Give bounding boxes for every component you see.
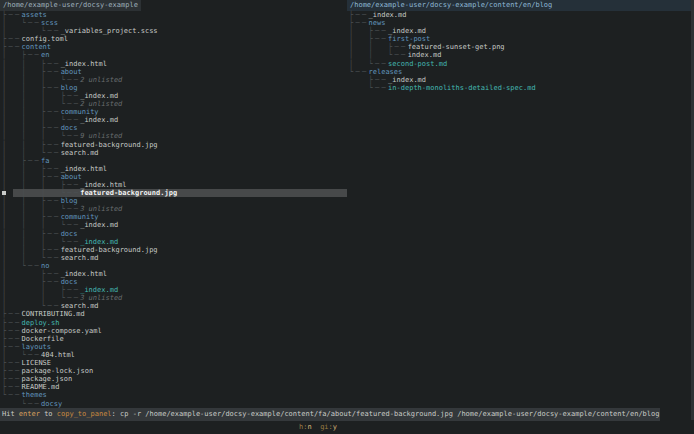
tree-node-label: _index.md xyxy=(80,116,118,124)
tree-row[interactable]: │ │ ├──featured-background.jpg xyxy=(0,246,347,254)
tree-row[interactable]: ├──LICENSE xyxy=(0,359,347,367)
tree-row[interactable]: └──releases xyxy=(347,68,694,76)
tree-row[interactable]: │ │ │ └──_index.md xyxy=(0,238,347,246)
tree-row[interactable]: ├──news xyxy=(347,19,694,27)
tree-node-label: search.md xyxy=(61,149,99,157)
tree-row[interactable]: ├──README.md xyxy=(0,383,347,391)
tree-row[interactable]: │ │ │ └──9 unlisted xyxy=(0,132,347,140)
tree-node-label: docs xyxy=(61,278,78,286)
tree-branch-lines: │ │ │ ├── xyxy=(2,181,80,189)
tree-row[interactable]: │ └──scss xyxy=(0,19,347,27)
tree-branch-lines: │ │ │ └── xyxy=(2,189,80,197)
tree-branch-lines: │ │ ├── xyxy=(2,68,61,76)
tree-row[interactable]: │ │ ├──_index.html xyxy=(0,165,347,173)
tree-row[interactable]: │ │ ├──blog xyxy=(0,84,347,92)
tree-row[interactable]: │ ├──fa xyxy=(0,157,347,165)
tree-node-label: fa xyxy=(41,157,49,165)
left-file-tree: ├──assets│ └──scss│ └──_variables_projec… xyxy=(0,11,347,408)
tree-node-label: themes xyxy=(22,391,47,399)
tree-branch-lines: │ │ │ └── xyxy=(2,100,80,108)
tree-branch-lines: │ │ ├── xyxy=(2,230,61,238)
tree-row[interactable]: ├──Dockerfile xyxy=(0,335,347,343)
tree-row[interactable]: │ │ │ ├──_index.md xyxy=(0,92,347,100)
tree-row[interactable]: │ │ │ └──2 unlisted xyxy=(0,76,347,84)
tree-row[interactable]: │ │ │ └──2 unlisted xyxy=(0,100,347,108)
tree-row[interactable]: │ └──no xyxy=(0,262,347,270)
tree-branch-lines: └── xyxy=(349,68,369,76)
tree-row[interactable]: ├──package-lock.json xyxy=(0,367,347,375)
tree-node-label: assets xyxy=(22,11,47,19)
panel-right-title: /home/example-user/docsy-example/content… xyxy=(347,0,694,11)
status-segment-plain: Hit xyxy=(2,410,19,418)
tree-node-label: package-lock.json xyxy=(22,367,94,375)
tree-row[interactable]: ├──config.toml xyxy=(0,35,347,43)
tree-row[interactable]: ├──layouts xyxy=(0,343,347,351)
tree-node-label: LICENSE xyxy=(22,359,52,367)
tree-row[interactable]: ├──_index.md xyxy=(347,76,694,84)
tree-node-label: 404.html xyxy=(41,351,75,359)
flag-value: y xyxy=(333,423,337,431)
tree-branch-lines: │ │ ├── xyxy=(2,60,61,68)
tree-row[interactable]: │ ├──docs xyxy=(0,278,347,286)
flag-label: gi: xyxy=(320,423,333,431)
tree-branch-lines: │ │ │ └── xyxy=(2,238,80,246)
tree-node-label: blog xyxy=(61,197,78,205)
tree-row[interactable]: ├──deploy.sh xyxy=(0,319,347,327)
tree-branch-lines: │ │ ├── xyxy=(2,173,61,181)
tree-row[interactable]: │ ├──_index.html xyxy=(0,270,347,278)
tree-node-label: en xyxy=(41,51,49,59)
tree-row[interactable]: └──themes xyxy=(0,391,347,399)
tree-node-label: featured-background.jpg xyxy=(80,189,177,197)
status-segment-verb: copy_to_panel xyxy=(57,410,112,418)
tree-branch-lines: │ │ ├── xyxy=(2,108,61,116)
tree-node-label: blog xyxy=(61,84,78,92)
tree-row[interactable]: │ │ │ └──_index.md xyxy=(0,221,347,229)
tree-row[interactable]: │ │ │ ├──_index.html xyxy=(0,181,347,189)
status-bar: Hit enter to copy_to_panel: cp -r /home/… xyxy=(0,408,660,421)
tree-node-label: _index.html xyxy=(61,270,107,278)
tree-row[interactable]: │ │ ├──community xyxy=(0,108,347,116)
tree-row[interactable]: │ │ └──search.md xyxy=(0,254,347,262)
tree-row[interactable]: │ │ ├──about xyxy=(0,173,347,181)
tree-row[interactable]: │ └──404.html xyxy=(0,351,347,359)
tree-branch-lines: │ └── xyxy=(2,262,41,270)
tree-row[interactable]: │ │ ├──docs xyxy=(0,230,347,238)
tree-row[interactable]: │ │ │ └──featured-background.jpg xyxy=(0,189,347,197)
input-bar: :cpp h:n gi:y xyxy=(0,421,694,434)
tree-branch-lines: ├── xyxy=(2,359,22,367)
tree-row[interactable]: ├──content xyxy=(0,43,347,51)
tree-row[interactable]: ├──_index.md xyxy=(347,11,694,19)
tree-row[interactable]: │ └──second-post.md xyxy=(347,60,694,68)
tree-row[interactable]: ├──assets xyxy=(0,11,347,19)
tree-row[interactable]: │ │ └──search.md xyxy=(0,149,347,157)
tree-row[interactable]: │ │ ├──about xyxy=(0,68,347,76)
tree-row[interactable]: │ │ └──index.md xyxy=(347,51,694,59)
tree-branch-lines: └── xyxy=(2,400,41,408)
flag-value: n xyxy=(307,423,311,431)
tree-branch-lines: └── xyxy=(2,391,22,399)
tree-row[interactable]: ├──docker-compose.yaml xyxy=(0,327,347,335)
tree-row[interactable]: │ │ ├──_index.html xyxy=(0,60,347,68)
tree-node-label: deploy.sh xyxy=(22,319,60,327)
tree-node-label: _index.md xyxy=(369,11,407,19)
tree-branch-lines: │ │ │ └── xyxy=(2,76,80,84)
tree-node-label: _variables_project.scss xyxy=(61,27,158,35)
tree-row[interactable]: │ ├──en xyxy=(0,51,347,59)
tree-node-label: community xyxy=(61,108,99,116)
tree-branch-lines: │ ├── xyxy=(2,270,61,278)
tree-row[interactable]: └──docsy xyxy=(0,400,347,408)
tree-branch-lines: │ ├── xyxy=(2,51,41,59)
unlisted-count: 2 unlisted xyxy=(80,100,122,108)
tree-branch-lines: │ ├── xyxy=(2,278,61,286)
tree-row[interactable]: │ │ ├──featured-background.jpg xyxy=(0,141,347,149)
tree-node-label: Dockerfile xyxy=(22,335,64,343)
tree-branch-lines: │ │ ├── xyxy=(2,286,80,294)
tree-branch-lines: ├── xyxy=(2,367,22,375)
tree-node-label: _index.md xyxy=(388,76,426,84)
tree-row[interactable]: ├──CONTRIBUTING.md xyxy=(0,310,347,318)
tree-row[interactable]: └──in-depth-monoliths-detailed-spec.md xyxy=(347,84,694,92)
tree-branch-lines: │ └── xyxy=(2,351,41,359)
tree-node-label: scss xyxy=(41,19,58,27)
tree-branch-lines: │ ├── xyxy=(349,27,388,35)
tree-node-label: _index.md xyxy=(80,238,118,246)
